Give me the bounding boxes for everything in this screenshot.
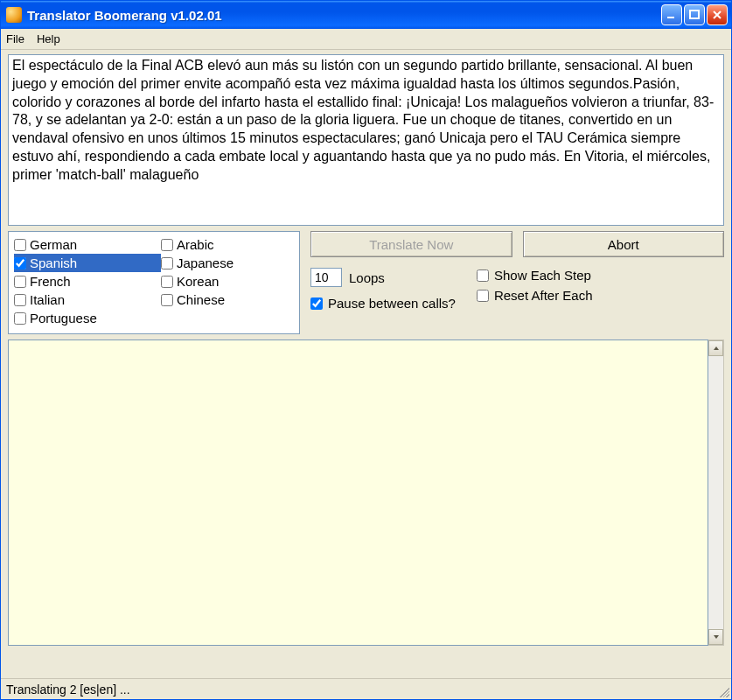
language-item-italian[interactable]: Italian xyxy=(14,290,161,309)
pause-between-calls-checkbox[interactable]: Pause between calls? xyxy=(310,296,456,311)
show-each-checkbox-input[interactable] xyxy=(477,270,489,282)
language-label: Italian xyxy=(30,292,65,307)
controls-row: GermanArabicSpanishJapaneseFrenchKoreanI… xyxy=(8,231,724,334)
loops-label: Loops xyxy=(349,270,385,285)
language-item-spanish[interactable]: Spanish xyxy=(14,254,161,272)
window-title: Translator Boomerang v1.02.01 xyxy=(27,8,661,23)
status-text: Translating 2 [es|en] ... xyxy=(6,682,130,696)
menu-file[interactable]: File xyxy=(6,32,24,46)
maximize-icon xyxy=(689,10,700,20)
language-item-portuguese[interactable]: Portuguese xyxy=(14,309,161,327)
titlebar[interactable]: Translator Boomerang v1.02.01 xyxy=(1,1,731,29)
menu-help[interactable]: Help xyxy=(37,32,60,46)
resize-grip-icon[interactable] xyxy=(717,685,729,697)
window-buttons xyxy=(661,4,728,25)
output-wrap xyxy=(8,340,724,646)
language-item-french[interactable]: French xyxy=(14,272,161,290)
pause-checkbox-input[interactable] xyxy=(310,298,323,310)
app-window: Translator Boomerang v1.02.01 File Help … xyxy=(0,0,732,700)
chevron-down-icon xyxy=(713,634,720,640)
language-label: Korean xyxy=(177,274,219,289)
reset-after-checkbox-input[interactable] xyxy=(477,290,489,302)
language-checkbox[interactable] xyxy=(14,294,26,306)
language-label: Chinese xyxy=(177,292,225,307)
reset-label: Reset After Each xyxy=(494,288,593,303)
language-checkbox[interactable] xyxy=(14,276,26,288)
language-label: Spanish xyxy=(30,256,77,270)
language-checkbox[interactable] xyxy=(161,276,173,288)
show-each-step-checkbox[interactable]: Show Each Step xyxy=(477,268,593,283)
language-item-chinese[interactable]: Chinese xyxy=(161,290,294,309)
language-item-arabic[interactable]: Arabic xyxy=(161,235,294,254)
button-row: Translate Now Abort xyxy=(310,231,724,257)
scroll-down-button[interactable] xyxy=(708,629,723,645)
output-textarea[interactable] xyxy=(8,340,708,646)
language-checkbox[interactable] xyxy=(14,312,26,325)
scroll-up-button[interactable] xyxy=(708,340,723,356)
language-label: French xyxy=(30,274,71,289)
pause-label: Pause between calls? xyxy=(328,296,456,311)
chevron-up-icon xyxy=(713,345,720,352)
language-label: German xyxy=(30,237,77,252)
language-label: Arabic xyxy=(177,237,214,252)
client-area: GermanArabicSpanishJapaneseFrenchKoreanI… xyxy=(1,50,731,678)
translate-now-button[interactable]: Translate Now xyxy=(310,231,512,257)
language-item-german[interactable]: German xyxy=(14,235,161,254)
language-checkbox[interactable] xyxy=(161,257,173,270)
statusbar: Translating 2 [es|en] ... xyxy=(1,678,731,699)
right-controls: Translate Now Abort Loops Pause between … xyxy=(310,231,724,311)
options-row: Loops Pause between calls? Show Each Ste… xyxy=(310,268,724,311)
language-checkbox[interactable] xyxy=(14,257,26,270)
abort-button[interactable]: Abort xyxy=(523,231,725,257)
language-item-empty xyxy=(161,309,294,327)
maximize-button[interactable] xyxy=(684,4,705,25)
minimize-icon xyxy=(666,10,677,20)
reset-after-each-checkbox[interactable]: Reset After Each xyxy=(477,288,593,303)
language-item-japanese[interactable]: Japanese xyxy=(161,254,294,272)
show-each-label: Show Each Step xyxy=(494,268,591,283)
svg-rect-1 xyxy=(690,10,699,18)
output-scrollbar[interactable] xyxy=(708,340,724,646)
loops-wrap: Loops xyxy=(310,268,456,287)
app-icon xyxy=(6,7,22,23)
input-textarea[interactable] xyxy=(8,54,724,226)
options-right: Show Each Step Reset After Each xyxy=(477,268,593,303)
language-checkbox[interactable] xyxy=(14,239,26,251)
minimize-button[interactable] xyxy=(661,4,682,25)
language-label: Japanese xyxy=(177,256,234,270)
loops-input[interactable] xyxy=(310,268,342,287)
svg-rect-0 xyxy=(667,17,674,18)
close-button[interactable] xyxy=(707,4,728,25)
language-checkbox[interactable] xyxy=(161,239,173,251)
options-left: Loops Pause between calls? xyxy=(310,268,456,311)
menubar: File Help xyxy=(1,29,731,50)
language-item-korean[interactable]: Korean xyxy=(161,272,294,290)
language-listbox[interactable]: GermanArabicSpanishJapaneseFrenchKoreanI… xyxy=(8,231,300,334)
language-label: Portuguese xyxy=(30,311,97,326)
close-icon xyxy=(712,10,722,20)
language-checkbox[interactable] xyxy=(161,294,173,306)
